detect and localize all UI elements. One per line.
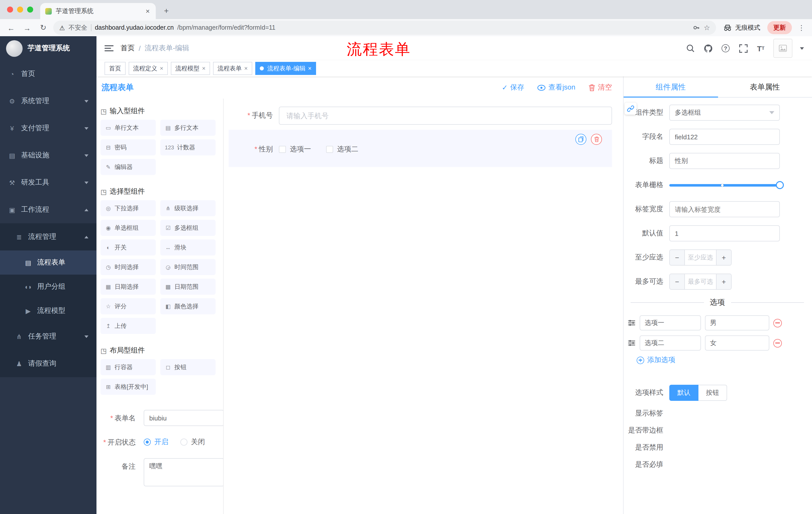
github-icon[interactable]: [703, 43, 713, 53]
remove-option-button[interactable]: [773, 339, 782, 347]
palette-item[interactable]: 123计数器: [160, 139, 215, 155]
decrease-button[interactable]: −: [670, 250, 685, 265]
palette-item[interactable]: ☑多选框组: [160, 220, 215, 236]
forward-button[interactable]: [21, 22, 33, 34]
palette-item[interactable]: ◧颜色选择: [160, 298, 215, 314]
palette-item[interactable]: ▤多行文本: [160, 120, 215, 136]
tag-process-form-edit[interactable]: 流程表单-编辑: [255, 62, 316, 75]
browser-tab[interactable]: 芋道管理系统: [40, 3, 156, 19]
form-name-input[interactable]: [144, 410, 224, 426]
component-type-select[interactable]: 多选框组: [669, 105, 780, 121]
sidebar-item-process-management[interactable]: ≣ 流程管理: [0, 223, 96, 250]
browser-menu-icon[interactable]: [796, 24, 807, 32]
phone-field-row[interactable]: 手机号: [229, 107, 612, 125]
sidebar-item-user-group[interactable]: ◖◗ 用户分组: [0, 275, 96, 299]
min-select-value[interactable]: 至少应选: [685, 250, 716, 265]
sidebar-item-payment-management[interactable]: ¥ 支付管理: [0, 115, 96, 142]
tag-process-model[interactable]: 流程模型: [171, 62, 210, 75]
tab-form-props[interactable]: 表单属性: [718, 77, 812, 97]
help-icon[interactable]: ?: [721, 43, 731, 53]
palette-item[interactable]: ↥上传: [100, 318, 156, 334]
grid-slider[interactable]: [669, 177, 780, 193]
delete-component-button[interactable]: [591, 134, 602, 145]
save-button[interactable]: 保存: [502, 83, 524, 92]
option-value-input[interactable]: [705, 315, 769, 330]
decrease-button[interactable]: −: [670, 274, 685, 289]
palette-item[interactable]: ▩日期范围: [160, 279, 215, 295]
fullscreen-icon[interactable]: [738, 43, 748, 53]
reload-button[interactable]: [37, 22, 49, 34]
palette-item[interactable]: ✎编辑器: [100, 159, 156, 175]
tag-close-icon[interactable]: [160, 65, 163, 72]
palette-item[interactable]: ◻按钮: [160, 359, 215, 375]
avatar[interactable]: [773, 39, 792, 58]
palette-item[interactable]: ↔滑块: [160, 239, 215, 255]
sidebar-item-process-model[interactable]: ▶ 流程模型: [0, 299, 96, 323]
gender-option2-checkbox[interactable]: 选项二: [326, 145, 358, 154]
selected-component-gender[interactable]: 性别 选项一 选项二: [229, 130, 612, 167]
bookmark-star-icon[interactable]: [704, 24, 710, 32]
field-name-input[interactable]: [669, 129, 780, 145]
drag-handle-icon[interactable]: [628, 340, 636, 347]
minimize-window-button[interactable]: [17, 6, 23, 12]
option-name-input[interactable]: [640, 315, 701, 330]
tag-process-form[interactable]: 流程表单: [213, 62, 252, 75]
sidebar-item-system-management[interactable]: ⚙ 系统管理: [0, 87, 96, 115]
default-value-input[interactable]: [669, 225, 780, 241]
option-value-input[interactable]: [705, 335, 769, 351]
gender-option1-checkbox[interactable]: 选项一: [279, 145, 311, 154]
tag-close-icon[interactable]: [308, 65, 312, 72]
option-name-input[interactable]: [640, 335, 701, 351]
palette-item[interactable]: ⊞表格[开发中]: [100, 379, 156, 395]
copy-component-button[interactable]: [575, 134, 586, 145]
search-icon[interactable]: [685, 43, 695, 53]
new-tab-button[interactable]: [160, 4, 173, 18]
palette-item[interactable]: ◐开关: [100, 239, 156, 255]
increase-button[interactable]: +: [716, 250, 731, 265]
max-select-value[interactable]: 最多可选: [685, 274, 716, 289]
palette-item[interactable]: ▥行容器: [100, 359, 156, 375]
style-default-button[interactable]: 默认: [669, 385, 698, 401]
back-button[interactable]: [5, 22, 17, 34]
breadcrumb-home[interactable]: 首页: [121, 44, 135, 53]
sidebar-item-infrastructure[interactable]: ▤ 基础设施: [0, 142, 96, 169]
title-input[interactable]: [669, 153, 780, 169]
tag-close-icon[interactable]: [244, 65, 248, 72]
palette-item[interactable]: ▭单行文本: [100, 120, 156, 136]
sidebar-item-task-management[interactable]: ⋔ 任务管理: [0, 323, 96, 350]
palette-item[interactable]: ◉单选框组: [100, 220, 156, 236]
tab-component-props[interactable]: 组件属性: [624, 77, 718, 97]
sidebar-item-leave-query[interactable]: ♟ 请假查询: [0, 350, 96, 377]
palette-item[interactable]: ⋔级联选择: [160, 200, 215, 216]
hamburger-icon[interactable]: [105, 45, 114, 51]
palette-item[interactable]: ◎下拉选择: [100, 200, 156, 216]
palette-item[interactable]: ⊟密码: [100, 139, 156, 155]
phone-input[interactable]: [279, 107, 612, 125]
style-button-button[interactable]: 按钮: [698, 385, 727, 401]
add-option-button[interactable]: 添加选项: [637, 356, 812, 364]
clear-button[interactable]: 清空: [588, 83, 612, 92]
maximize-window-button[interactable]: [27, 6, 33, 12]
avatar-caret-icon[interactable]: [800, 47, 804, 50]
tag-close-icon[interactable]: [202, 65, 205, 72]
sidebar-item-home[interactable]: ◔ 首页: [0, 60, 96, 87]
address-bar[interactable]: 不安全 dashboard.yudao.iocoder.cn /bpm/mana…: [53, 21, 716, 35]
increase-button[interactable]: +: [716, 274, 731, 289]
close-window-button[interactable]: [7, 6, 13, 12]
palette-item[interactable]: ◶时间范围: [160, 259, 215, 275]
tag-process-definition[interactable]: 流程定义: [128, 62, 168, 75]
link-icon[interactable]: [625, 103, 637, 115]
status-off-radio[interactable]: 关闭: [180, 437, 205, 447]
palette-item[interactable]: ▦日期选择: [100, 279, 156, 295]
font-size-icon[interactable]: TT: [756, 43, 766, 53]
remove-option-button[interactable]: [773, 319, 782, 327]
palette-item[interactable]: ◷时间选择: [100, 259, 156, 275]
view-json-button[interactable]: 查看json: [538, 83, 575, 92]
browser-update-button[interactable]: 更新: [767, 21, 792, 34]
slider-handle[interactable]: [776, 181, 784, 189]
palette-item[interactable]: ☆评分: [100, 298, 156, 314]
tab-close-icon[interactable]: [145, 7, 151, 15]
status-on-radio[interactable]: 开启: [144, 437, 168, 447]
sidebar-item-workflow[interactable]: ▣ 工作流程: [0, 196, 96, 223]
tag-home[interactable]: 首页: [105, 62, 126, 75]
